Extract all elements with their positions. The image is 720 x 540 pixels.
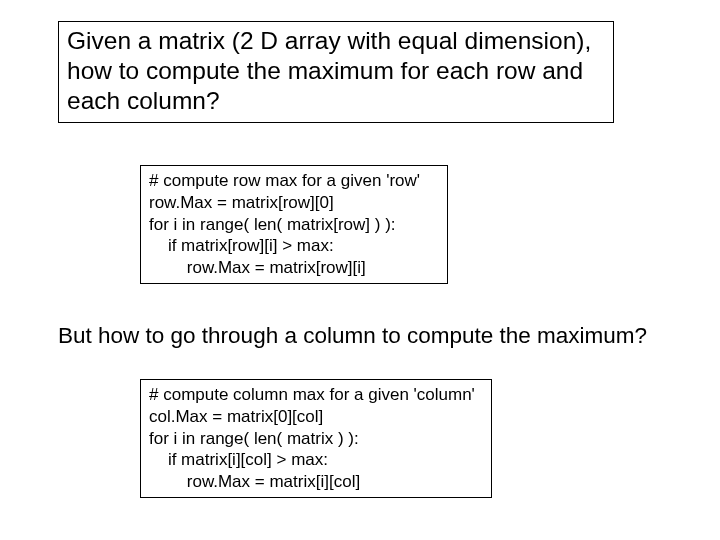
code-line: for i in range( len( matrix[row] ) ): [149,214,439,236]
code-box-row: # compute row max for a given 'row' row.… [140,165,448,284]
slide: Given a matrix (2 D array with equal dim… [0,0,720,540]
code-line: row.Max = matrix[row][0] [149,192,439,214]
code-line: for i in range( len( matrix ) ): [149,428,483,450]
code-line: row.Max = matrix[row][i] [149,257,439,279]
code-box-column: # compute column max for a given 'column… [140,379,492,498]
code-line: if matrix[row][i] > max: [149,235,439,257]
code-line: # compute column max for a given 'column… [149,384,483,406]
title-text: Given a matrix (2 D array with equal dim… [67,27,591,114]
mid-text-box: But how to go through a column to comput… [58,322,668,350]
mid-text: But how to go through a column to comput… [58,323,647,348]
title-box: Given a matrix (2 D array with equal dim… [58,21,614,123]
code-line: if matrix[i][col] > max: [149,449,483,471]
code-line: col.Max = matrix[0][col] [149,406,483,428]
code-line: # compute row max for a given 'row' [149,170,439,192]
code-line: row.Max = matrix[i][col] [149,471,483,493]
